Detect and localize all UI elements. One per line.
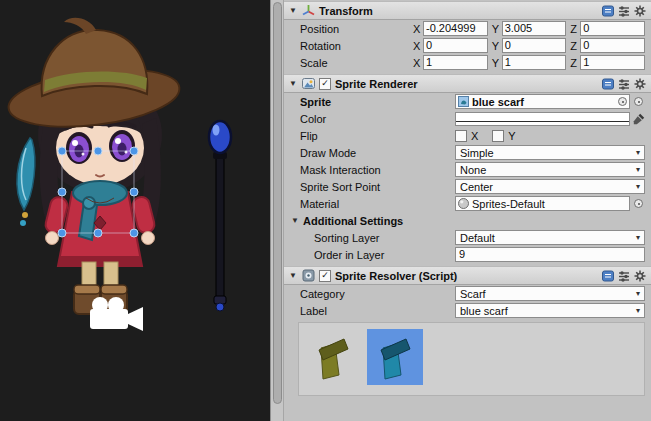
sprite-thumbnail-green-scarf[interactable] [305, 329, 361, 385]
flip-y-checkbox[interactable] [492, 130, 504, 142]
color-swatch[interactable] [455, 112, 630, 126]
chevron-down-icon: ▾ [636, 290, 640, 298]
axis-x-label: X [413, 23, 420, 35]
scale-y-field[interactable]: 1 [502, 55, 567, 70]
position-label: Position [300, 23, 411, 35]
foldout-icon[interactable]: ▼ [288, 80, 298, 88]
foldout-icon[interactable]: ▼ [290, 217, 300, 225]
eyedropper-icon[interactable] [632, 113, 645, 125]
material-label: Material [300, 198, 453, 210]
draw-mode-row: Draw Mode Simple ▾ [284, 144, 651, 161]
axis-y-label: Y [492, 23, 499, 35]
preset-icon[interactable] [618, 78, 630, 90]
order-in-layer-field[interactable]: 9 [455, 247, 645, 262]
rotation-z-field[interactable]: 0 [580, 38, 645, 53]
foldout-icon[interactable]: ▼ [288, 272, 298, 280]
category-row: Category Scarf ▾ [284, 285, 651, 302]
mask-interaction-row: Mask Interaction None ▾ [284, 161, 651, 178]
scene-view[interactable] [0, 0, 270, 421]
transform-header[interactable]: ▼ Transform [284, 1, 651, 20]
rotation-y-field[interactable]: 0 [502, 38, 567, 53]
material-object-field[interactable]: Sprites-Default [455, 196, 630, 211]
preset-icon[interactable] [618, 270, 630, 282]
flip-row: Flip X Y [284, 127, 651, 144]
inspector-panel: ▼ Transform Position X-0.204999 Y3.005 Z… [284, 0, 651, 421]
order-in-layer-row: Order in Layer 9 [284, 246, 651, 263]
feather [17, 138, 35, 226]
rotation-row: Rotation X0 Y0 Z0 [284, 37, 651, 54]
chevron-down-icon: ▾ [636, 307, 640, 315]
scale-z-field[interactable]: 1 [580, 55, 645, 70]
inspector-scrollbar[interactable] [270, 0, 284, 421]
help-icon[interactable] [602, 5, 614, 17]
draw-mode-label: Draw Mode [300, 147, 453, 159]
axis-y-label: Y [492, 57, 499, 69]
color-row: Color [284, 110, 651, 127]
sprite-thumb-icon [458, 96, 469, 107]
preset-icon[interactable] [618, 5, 630, 17]
object-picker-icon[interactable] [618, 97, 627, 106]
draw-mode-dropdown[interactable]: Simple ▾ [455, 145, 645, 160]
category-dropdown[interactable]: Scarf ▾ [455, 286, 645, 301]
foldout-icon[interactable]: ▼ [288, 7, 298, 15]
axis-x-label: X [413, 40, 420, 52]
axis-z-label: Z [570, 23, 577, 35]
material-value: Sprites-Default [472, 198, 627, 210]
additional-settings-foldout[interactable]: ▼ Additional Settings [284, 212, 651, 229]
gear-icon[interactable] [634, 78, 646, 90]
rotation-x-field[interactable]: 0 [423, 38, 488, 53]
component-enabled-checkbox[interactable]: ✓ [319, 78, 331, 90]
sprite-value: blue scarf [472, 96, 615, 108]
scale-x-field[interactable]: 1 [423, 55, 488, 70]
sprite-selection-grid [298, 322, 645, 396]
flip-y-label: Y [508, 130, 515, 142]
position-row: Position X-0.204999 Y3.005 Z0 [284, 20, 651, 37]
mask-interaction-label: Mask Interaction [300, 164, 453, 176]
gear-icon[interactable] [634, 5, 646, 17]
staff-sprite[interactable] [209, 121, 231, 311]
flip-x-checkbox[interactable] [455, 130, 467, 142]
flip-x-label: X [471, 130, 478, 142]
position-x-field[interactable]: -0.204999 [423, 21, 488, 36]
material-sphere-icon [458, 198, 469, 209]
material-picker-icon[interactable] [634, 199, 643, 208]
camera-gizmo-icon[interactable] [90, 297, 143, 331]
label-label: Label [300, 305, 453, 317]
flip-label: Flip [300, 130, 453, 142]
label-row: Label blue scarf ▾ [284, 302, 651, 319]
chevron-down-icon: ▾ [636, 234, 640, 242]
component-title: Sprite Resolver (Script) [335, 270, 457, 282]
mask-interaction-dropdown[interactable]: None ▾ [455, 162, 645, 177]
label-dropdown[interactable]: blue scarf ▾ [455, 303, 645, 318]
axis-z-label: Z [570, 40, 577, 52]
chevron-down-icon: ▾ [636, 149, 640, 157]
sprite-sort-point-label: Sprite Sort Point [300, 181, 453, 193]
help-icon[interactable] [602, 270, 614, 282]
position-y-field[interactable]: 3.005 [502, 21, 567, 36]
axis-x-label: X [413, 57, 420, 69]
sprite-resolver-header[interactable]: ▼ ✓ Sprite Resolver (Script) [284, 266, 651, 285]
unity-editor-window: ▼ Transform Position X-0.204999 Y3.005 Z… [0, 0, 651, 421]
sprite-label: Sprite [300, 96, 453, 108]
component-enabled-checkbox[interactable]: ✓ [319, 270, 331, 282]
scene-canvas[interactable] [0, 0, 270, 421]
component-title: Sprite Renderer [335, 78, 418, 90]
sprite-renderer-header[interactable]: ▼ ✓ Sprite Renderer [284, 74, 651, 93]
position-z-field[interactable]: 0 [580, 21, 645, 36]
sprite-thumbnail-blue-scarf[interactable] [367, 329, 423, 385]
axis-z-label: Z [570, 57, 577, 69]
sorting-layer-dropdown[interactable]: Default ▾ [455, 230, 645, 245]
character-sprite[interactable] [5, 18, 182, 314]
help-icon[interactable] [602, 78, 614, 90]
sprite-picker-icon[interactable] [634, 97, 643, 106]
additional-settings-label: Additional Settings [303, 215, 403, 227]
sprite-renderer-icon [302, 77, 315, 90]
left-eye [66, 132, 92, 164]
transform-icon [302, 4, 315, 17]
sprite-sort-point-dropdown[interactable]: Center ▾ [455, 179, 645, 194]
sprite-sort-point-row: Sprite Sort Point Center ▾ [284, 178, 651, 195]
material-row: Material Sprites-Default [284, 195, 651, 212]
scrollbar-thumb[interactable] [273, 2, 282, 404]
sprite-object-field[interactable]: blue scarf [455, 94, 630, 109]
gear-icon[interactable] [634, 270, 646, 282]
